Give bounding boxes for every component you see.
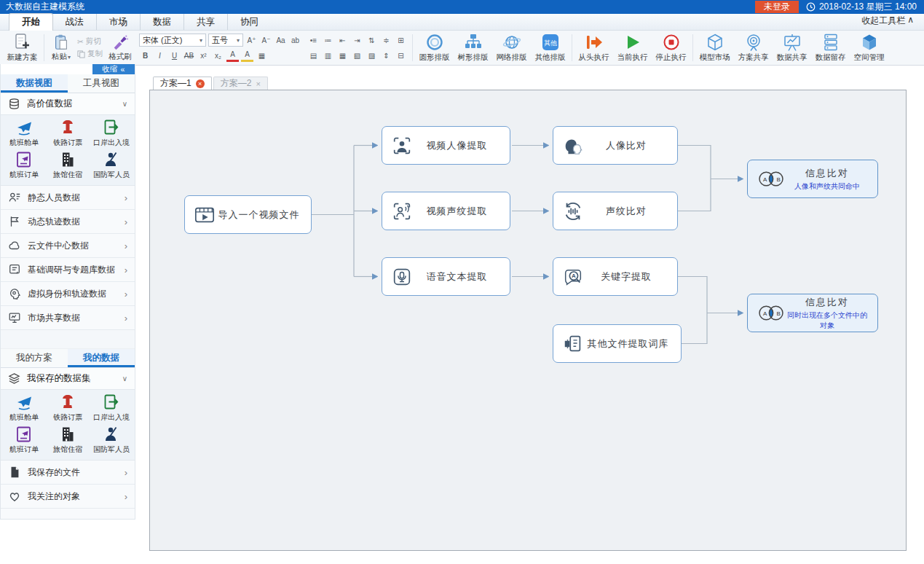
dataset-flight-manifest[interactable]: 航班舱单 xyxy=(2,393,46,423)
file-icon xyxy=(8,466,21,479)
dataset-hotel-stay[interactable]: 旅馆住宿 xyxy=(46,151,90,180)
collapse-toolbar-button[interactable]: 收起工具栏∧ xyxy=(861,15,914,27)
tab-plan-1[interactable]: 方案—1 × xyxy=(153,77,212,90)
change-case-button[interactable]: Aa xyxy=(275,34,287,47)
menu-tab-data[interactable]: 数据 xyxy=(140,14,183,30)
bullets-button[interactable]: •≡ xyxy=(307,34,320,47)
dataset-military-personnel[interactable]: 国防军人员 xyxy=(90,151,133,180)
dataset-railway-ticket[interactable]: 铁路订票 xyxy=(46,393,90,423)
italic-button[interactable]: I xyxy=(154,50,166,62)
data-share-button[interactable]: 数据共享 xyxy=(773,31,811,64)
circle-layout-button[interactable]: 圆形排版 xyxy=(415,31,454,64)
run-from-start-button[interactable]: 从头执行 xyxy=(574,31,613,64)
new-plan-button[interactable]: 新建方案 xyxy=(3,31,42,64)
menu-tab-start[interactable]: 开始 xyxy=(9,13,53,31)
dropdown-caret-icon: ▾ xyxy=(237,37,240,44)
superscript-button[interactable]: x² xyxy=(197,50,210,62)
login-status-badge[interactable]: 未登录 xyxy=(755,1,799,13)
heart-icon xyxy=(8,490,21,503)
node-import-video-file[interactable]: 导入一个视频文件 xyxy=(184,195,312,234)
plan-share-button[interactable]: 方案共享 xyxy=(734,31,773,64)
node-other-files-lexicon[interactable]: 其他文件提取词库 xyxy=(553,324,682,363)
my-followed-objects-item[interactable]: 我关注的对象 › xyxy=(1,485,135,509)
text-shading-button[interactable]: A xyxy=(241,50,253,62)
subscript-button[interactable]: x₂ xyxy=(212,50,224,62)
tab-my-plans[interactable]: 我的方案 xyxy=(1,349,68,367)
menu-tab-tactics[interactable]: 战法 xyxy=(53,14,96,30)
close-tab-icon[interactable]: × xyxy=(196,79,205,88)
node-speech-text-extract[interactable]: 语音文本提取 xyxy=(382,257,510,296)
line-spacing-button[interactable]: ⇕ xyxy=(380,50,392,62)
category-cloud-file[interactable]: 云文件中心数据 › xyxy=(1,234,135,258)
dataset-flight-order[interactable]: 航班订单 xyxy=(2,151,46,180)
bold-button[interactable]: B xyxy=(139,50,151,62)
align-right-button[interactable]: ▦ xyxy=(336,50,349,62)
align-center-button[interactable]: ▥ xyxy=(322,50,334,62)
dataset-flight-order[interactable]: 航班订单 xyxy=(2,426,46,455)
numbering-button[interactable]: ≔ xyxy=(322,34,334,47)
node-video-face-extract[interactable]: 视频人像提取 xyxy=(382,126,510,165)
indent-button[interactable]: ⇥ xyxy=(351,34,363,47)
underline-button[interactable]: U xyxy=(168,50,181,62)
tree-layout-button[interactable]: 树形排版 xyxy=(454,31,492,64)
node-info-compare-2[interactable]: A B 信息比对 同时出现在多个文件中的对象 xyxy=(747,294,878,332)
category-dynamic-track[interactable]: 动态轨迹数据 › xyxy=(1,210,135,234)
font-size-select[interactable]: 五号▾ xyxy=(208,34,243,47)
show-marks-button[interactable]: ⊞ xyxy=(395,34,407,47)
sidebar-collapse-button[interactable]: 收缩« xyxy=(92,64,135,74)
category-research-library[interactable]: 基础调研与专题库数据 › xyxy=(1,258,135,282)
run-current-button[interactable]: 当前执行 xyxy=(613,31,652,64)
dataset-railway-ticket[interactable]: 铁路订票 xyxy=(46,119,90,148)
space-manage-button[interactable]: 空间管理 xyxy=(850,31,888,64)
dataset-hotel-stay[interactable]: 旅馆住宿 xyxy=(46,426,90,455)
high-value-data-header[interactable]: 高价值数据 ∨ xyxy=(1,93,135,115)
cut-button[interactable]: ✂剪切 xyxy=(77,36,103,47)
tab-plan-2[interactable]: 方案—2 × xyxy=(213,77,268,90)
network-layout-button[interactable]: 网络排版 xyxy=(492,31,531,64)
copy-button[interactable]: 复制 xyxy=(77,49,103,59)
paste-button[interactable]: 粘贴▾ xyxy=(47,31,76,64)
align-left-button[interactable]: ▤ xyxy=(307,50,320,62)
category-market-shared[interactable]: 市场共享数据 › xyxy=(1,306,135,330)
dataset-border-entry-exit[interactable]: 口岸出入境 xyxy=(90,119,133,148)
distribute-button[interactable]: ▨ xyxy=(366,50,378,62)
highlight-button[interactable]: ab xyxy=(289,34,301,47)
menu-tab-share[interactable]: 共享 xyxy=(183,14,227,30)
sort-button[interactable]: ≑ xyxy=(380,34,392,47)
grow-font-button[interactable]: A⁺ xyxy=(245,34,258,47)
node-face-compare[interactable]: 人像比对 xyxy=(553,126,678,165)
menu-tab-market[interactable]: 市场 xyxy=(96,14,140,30)
char-border-button[interactable]: ▦ xyxy=(256,50,268,62)
close-tab-icon[interactable]: × xyxy=(256,79,260,88)
font-family-select[interactable]: 宋体 (正文)▾ xyxy=(139,34,206,47)
dataset-flight-manifest[interactable]: 航班舱单 xyxy=(2,119,46,148)
menu-tab-collab[interactable]: 协同 xyxy=(227,14,271,30)
node-voiceprint-compare[interactable]: 声纹比对 xyxy=(553,192,678,230)
dataset-military-personnel[interactable]: 国防军人员 xyxy=(90,426,133,455)
stop-button[interactable]: 停止执行 xyxy=(652,31,690,64)
flow-canvas[interactable]: 导入一个视频文件 视频人像提取 视频声纹提取 xyxy=(149,90,907,551)
borders-button[interactable]: ⊟ xyxy=(395,50,407,62)
node-info-compare-1[interactable]: A B 信息比对 人像和声纹共同命中 xyxy=(747,160,878,198)
tab-data-view[interactable]: 数据视图 xyxy=(1,74,68,93)
model-market-button[interactable]: 模型市场 xyxy=(695,31,734,64)
outdent-button[interactable]: ⇤ xyxy=(336,34,349,47)
format-painter-button[interactable]: 格式刷 xyxy=(104,31,136,64)
dataset-border-entry-exit[interactable]: 口岸出入境 xyxy=(90,393,133,423)
category-static-person[interactable]: 静态人员数据 › xyxy=(1,186,135,210)
tab-tool-view[interactable]: 工具视图 xyxy=(68,74,135,93)
justify-button[interactable]: ▧ xyxy=(351,50,363,62)
high-value-dataset-grid: 航班舱单 铁路订票 口岸出入境 航班订单 xyxy=(1,115,135,186)
char-scale-button[interactable]: ⇅ xyxy=(366,34,378,47)
category-virtual-identity[interactable]: 虚拟身份和轨迹数据 › xyxy=(1,282,135,306)
other-layout-button[interactable]: 其他 其他排版 xyxy=(531,31,569,64)
shrink-font-button[interactable]: A⁻ xyxy=(260,34,272,47)
saved-datasets-header[interactable]: 我保存的数据集 ∨ xyxy=(1,368,135,390)
node-video-voiceprint-extract[interactable]: 视频声纹提取 xyxy=(382,192,510,230)
font-color-button[interactable]: A xyxy=(226,50,239,62)
tab-my-data[interactable]: 我的数据 xyxy=(68,349,135,367)
node-keyword-extract[interactable]: A 关键字提取 xyxy=(553,257,678,296)
data-retention-button[interactable]: 数据留存 xyxy=(811,31,850,64)
strikethrough-button[interactable]: AB xyxy=(183,50,195,62)
my-saved-files-item[interactable]: 我保存的文件 › xyxy=(1,461,135,485)
